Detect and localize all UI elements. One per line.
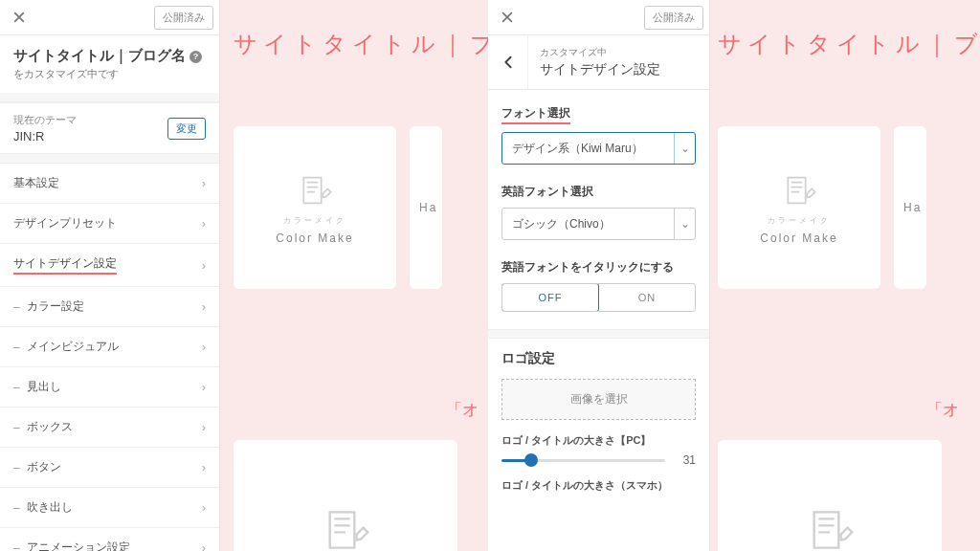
slider-thumb[interactable] <box>524 453 538 467</box>
divider <box>488 329 709 339</box>
panel-topbar: 公開済み <box>0 0 219 35</box>
chevron-right-icon: › <box>202 380 206 394</box>
font-select-label: フォント選択 <box>501 105 570 124</box>
breadcrumb: カスタマイズ中 <box>540 46 660 59</box>
en-font-select[interactable]: ゴシック（Chivo） ⌄ <box>501 208 696 240</box>
document-pen-icon <box>780 171 818 209</box>
theme-label: 現在のテーマ <box>13 113 77 127</box>
chevron-right-icon: › <box>202 460 206 474</box>
chevron-right-icon: › <box>202 420 206 434</box>
preview-bigcard <box>718 440 942 551</box>
menu-heading[interactable]: 見出し› <box>0 367 219 408</box>
back-button[interactable] <box>488 35 528 89</box>
preview-callout: 「オ <box>446 399 479 421</box>
en-font-label: 英語フォント選択 <box>501 184 593 200</box>
italic-toggle[interactable]: OFF ON <box>501 283 696 312</box>
menu-button[interactable]: ボタン› <box>0 448 219 488</box>
close-icon[interactable] <box>6 4 33 31</box>
document-pen-icon <box>319 503 372 551</box>
customizer-site-design-panel: 公開済み カスタマイズ中 サイトデザイン設定 フォント選択 デザイン系（Kiwi… <box>488 0 710 551</box>
chevron-down-icon: ⌄ <box>674 133 695 164</box>
preview-card-colormake: カラーメイク Color Make <box>234 126 396 289</box>
menu-box[interactable]: ボックス› <box>0 408 219 448</box>
page-title: サイトデザイン設定 <box>540 61 660 78</box>
menu-design-preset[interactable]: デザインプリセット› <box>0 204 219 244</box>
preview-bigcard <box>234 440 457 551</box>
menu-balloon[interactable]: 吹き出し› <box>0 488 219 528</box>
close-icon[interactable] <box>494 4 521 31</box>
en-font-select-value: ゴシック（Chivo） <box>512 216 611 232</box>
logo-size-pc-label: ロゴ / タイトルの大きさ【PC】 <box>501 433 696 448</box>
chevron-right-icon: › <box>202 500 206 515</box>
toggle-off[interactable]: OFF <box>501 283 599 312</box>
customizing-label: をカスタマイズ中です <box>13 67 206 81</box>
chevron-down-icon: ⌄ <box>674 209 695 239</box>
font-select-value: デザイン系（Kiwi Maru） <box>512 141 643 157</box>
preview-callout: 「オ <box>926 399 959 421</box>
panel-topbar: 公開済み <box>488 0 709 35</box>
logo-size-pc-value: 31 <box>673 453 696 467</box>
chevron-right-icon: › <box>202 299 206 314</box>
menu-color[interactable]: カラー設定› <box>0 287 219 327</box>
site-preview-right: サイトタイトル｜ブロ カラーメイク Color Make Ha 「オ <box>710 0 980 551</box>
image-select-button[interactable]: 画像を選択 <box>501 379 696 420</box>
divider <box>0 93 219 102</box>
menu-animation[interactable]: アニメーション設定› <box>0 528 219 551</box>
help-icon[interactable]: ? <box>189 51 202 63</box>
chevron-right-icon: › <box>202 216 206 231</box>
chevron-right-icon: › <box>202 258 206 273</box>
site-title: サイトタイトル｜ブログ名 <box>13 47 186 63</box>
site-preview-left: サイトタイトル｜ブロ カラーメイク Color Make Ha 「オ <box>220 0 488 551</box>
divider <box>0 154 219 164</box>
font-select[interactable]: デザイン系（Kiwi Maru） ⌄ <box>501 132 696 165</box>
italic-toggle-label: 英語フォントをイタリックにする <box>501 259 674 276</box>
chevron-right-icon: › <box>202 340 206 354</box>
chevron-right-icon: › <box>202 176 206 190</box>
preview-card-colormake: カラーメイク Color Make <box>718 126 880 289</box>
change-theme-button[interactable]: 変更 <box>167 118 206 140</box>
preview-card-cut: Ha <box>410 126 442 289</box>
published-button[interactable]: 公開済み <box>644 6 703 30</box>
customizer-menu: 基本設定› デザインプリセット› サイトデザイン設定› カラー設定› メインビジ… <box>0 164 219 551</box>
customizer-heading: サイトタイトル｜ブログ名? をカスタマイズ中です <box>0 35 219 93</box>
customizer-root-panel: 公開済み サイトタイトル｜ブログ名? をカスタマイズ中です 現在のテーマ JIN… <box>0 0 220 551</box>
published-button[interactable]: 公開済み <box>154 6 213 30</box>
panel-heading: カスタマイズ中 サイトデザイン設定 <box>488 35 709 90</box>
document-pen-icon <box>803 503 857 551</box>
toggle-on[interactable]: ON <box>599 284 695 311</box>
preview-site-title: サイトタイトル｜ブロ <box>710 19 980 59</box>
theme-name: JIN:R <box>13 129 77 143</box>
logo-size-sp-label: ロゴ / タイトルの大きさ（スマホ） <box>501 478 696 493</box>
menu-basic-settings[interactable]: 基本設定› <box>0 164 219 204</box>
logo-size-pc-slider[interactable] <box>501 459 665 462</box>
menu-site-design[interactable]: サイトデザイン設定› <box>0 244 219 287</box>
preview-card-cut: Ha <box>894 126 926 289</box>
chevron-right-icon: › <box>202 540 206 551</box>
menu-main-visual[interactable]: メインビジュアル› <box>0 327 219 367</box>
logo-section-title: ロゴ設定 <box>488 339 709 379</box>
active-theme-block: 現在のテーマ JIN:R 変更 <box>0 102 219 154</box>
preview-site-title: サイトタイトル｜ブロ <box>220 19 488 59</box>
document-pen-icon <box>296 171 334 209</box>
